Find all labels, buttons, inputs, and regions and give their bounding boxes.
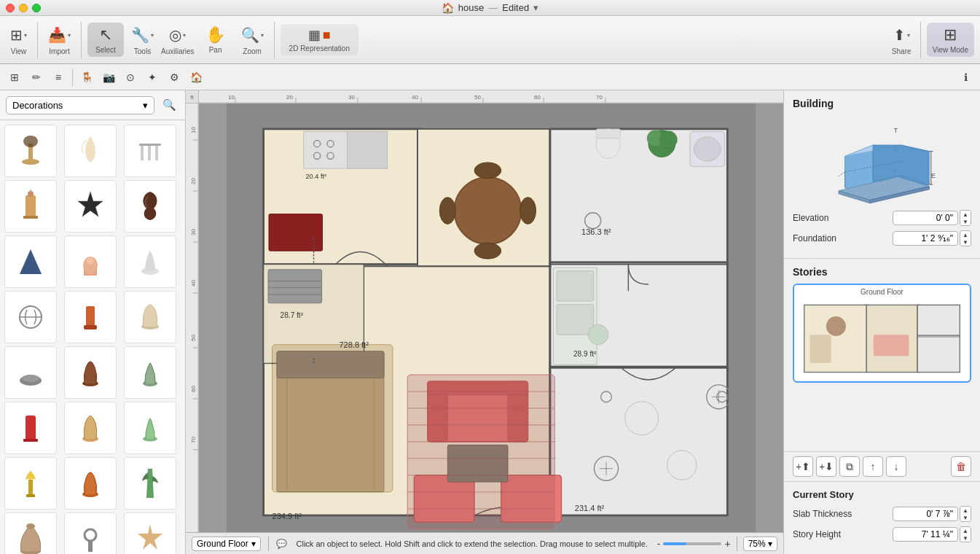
maximize-button[interactable] <box>32 4 41 12</box>
decoration-item[interactable] <box>4 235 57 288</box>
status-sep <box>268 537 269 551</box>
icon-toolbar-furniture[interactable]: 🪑 <box>77 67 97 87</box>
elevation-input[interactable] <box>893 211 958 225</box>
icon-toolbar-info[interactable]: ℹ <box>955 67 976 87</box>
2d-icon: ▦ <box>308 27 321 43</box>
add-story-below-button[interactable]: +⬇ <box>816 456 836 477</box>
foundation-down[interactable]: ▼ <box>960 238 971 246</box>
decoration-item[interactable] <box>124 346 176 399</box>
ruler-unit: ft <box>186 90 198 103</box>
slab-thickness-stepper[interactable]: ▲ ▼ <box>960 506 971 522</box>
floor-plan[interactable]: 28.7 ft² 234.9 ft² <box>199 104 783 532</box>
zoom-slider[interactable] <box>663 542 721 545</box>
svg-text:20: 20 <box>286 94 293 101</box>
toolbar-view[interactable]: ⊞ ▾ View <box>6 24 31 55</box>
decoration-item[interactable] <box>124 457 176 510</box>
toolbar-share[interactable]: ⬆ ▾ Share <box>889 24 914 55</box>
title-dropdown-arrow[interactable]: ▾ <box>533 2 538 13</box>
move-story-down-button[interactable]: ↓ <box>886 456 906 477</box>
toolbar-zoom[interactable]: 🔍 ▾ Zoom <box>237 24 268 55</box>
toolbar-view-mode[interactable]: ⊞ View Mode <box>927 23 974 57</box>
foundation-up[interactable]: ▲ <box>960 231 971 238</box>
add-story-button[interactable]: +⬆ <box>793 456 813 477</box>
foundation-label: Foundation <box>793 233 836 243</box>
icon-toolbar-settings[interactable]: ⚙ <box>164 67 184 87</box>
decoration-item[interactable] <box>124 235 176 288</box>
decoration-item[interactable] <box>4 180 57 233</box>
slab-thickness-input[interactable] <box>893 507 958 521</box>
zoom-out-button[interactable]: - <box>657 538 661 550</box>
decoration-item[interactable] <box>124 512 176 554</box>
minimize-button[interactable] <box>19 4 28 12</box>
svg-point-118 <box>474 163 501 179</box>
decoration-item[interactable] <box>4 346 57 399</box>
svg-point-179 <box>826 316 846 336</box>
status-icon: 💬 <box>276 539 287 549</box>
zoom-level-selector[interactable]: 75% ▾ <box>743 537 777 551</box>
decoration-item[interactable] <box>64 291 117 343</box>
elevation-down[interactable]: ▼ <box>960 218 971 225</box>
decoration-item[interactable] <box>64 180 117 233</box>
foundation-input[interactable] <box>893 231 958 246</box>
decoration-item[interactable] <box>64 235 117 288</box>
svg-point-124 <box>660 131 678 149</box>
toolbar-import[interactable]: 📥 ▾ Import <box>44 24 75 55</box>
icon-toolbar-list[interactable]: ≡ <box>48 67 68 87</box>
right-panel: Building T H F E <box>783 90 980 554</box>
elevation-up[interactable]: ▲ <box>960 211 971 218</box>
story-height-down[interactable]: ▼ <box>960 534 971 542</box>
svg-rect-36 <box>88 541 93 552</box>
svg-text:728.8 ft²: 728.8 ft² <box>339 340 369 349</box>
delete-story-button[interactable]: 🗑 <box>951 456 971 477</box>
story-height-up[interactable]: ▲ <box>960 527 971 534</box>
foundation-stepper[interactable]: ▲ ▼ <box>960 230 971 246</box>
decoration-item[interactable] <box>124 402 176 454</box>
toolbar-tools[interactable]: 🔧 ▾ Tools <box>127 24 158 55</box>
decoration-item[interactable] <box>4 457 57 510</box>
decoration-item[interactable] <box>64 457 117 510</box>
slab-thickness-up[interactable]: ▲ <box>960 507 971 514</box>
decoration-item[interactable] <box>64 402 117 454</box>
toolbar-select[interactable]: ↖ Select <box>87 23 124 57</box>
icon-toolbar-star[interactable]: ✦ <box>142 67 162 87</box>
slab-thickness-down[interactable]: ▼ <box>960 514 971 521</box>
icon-toolbar-layout[interactable]: ⊞ <box>4 67 25 87</box>
decoration-item[interactable] <box>64 125 117 177</box>
document-title: house <box>458 2 484 13</box>
elevation-stepper[interactable]: ▲ ▼ <box>960 210 971 226</box>
decoration-item[interactable] <box>4 291 57 343</box>
icon-sep-1 <box>72 69 73 86</box>
import-arrow: ▾ <box>68 32 71 39</box>
svg-text:E: E <box>930 171 935 179</box>
sidebar-search-button[interactable]: 🔍 <box>159 95 179 115</box>
svg-point-117 <box>454 177 521 244</box>
decoration-item[interactable] <box>4 512 57 554</box>
icon-toolbar-target[interactable]: ⊙ <box>120 67 141 87</box>
toolbar-pan[interactable]: ✋ Pan <box>197 23 234 57</box>
sidebar-category-dropdown[interactable]: Decorations ▾ <box>6 96 154 114</box>
toolbar-auxiliaries[interactable]: ◎ ▾ Auxiliaries <box>161 24 195 55</box>
svg-text:234.9 ft²: 234.9 ft² <box>273 512 302 520</box>
toolbar-2d-representation[interactable]: ▦ ■ 2D Representation <box>281 24 358 55</box>
story-height-input[interactable] <box>893 527 958 542</box>
icon-toolbar-house[interactable]: 🏠 <box>186 67 206 87</box>
duplicate-story-button[interactable]: ⧉ <box>839 456 860 477</box>
decoration-item[interactable] <box>124 180 176 233</box>
floor-selector[interactable]: Ground Floor ▾ <box>192 537 261 551</box>
decoration-item[interactable] <box>124 125 176 177</box>
decoration-item[interactable] <box>4 125 57 177</box>
icon-toolbar-edit[interactable]: ✏ <box>26 67 47 87</box>
story-card-ground-floor[interactable]: Ground Floor <box>793 284 971 383</box>
story-height-stepper[interactable]: ▲ ▼ <box>960 526 971 542</box>
building-section: Building T H F E <box>784 90 980 259</box>
move-story-up-button[interactable]: ↑ <box>863 456 883 477</box>
story-height-label: Story Height <box>793 529 841 539</box>
decoration-item[interactable] <box>64 512 117 554</box>
icon-toolbar-camera[interactable]: 📷 <box>98 67 119 87</box>
close-button[interactable] <box>6 4 15 12</box>
decoration-item[interactable] <box>4 402 57 454</box>
zoom-in-button[interactable]: + <box>724 538 730 550</box>
decoration-item[interactable] <box>64 346 117 399</box>
svg-point-120 <box>439 198 455 225</box>
decoration-item[interactable] <box>124 291 176 343</box>
